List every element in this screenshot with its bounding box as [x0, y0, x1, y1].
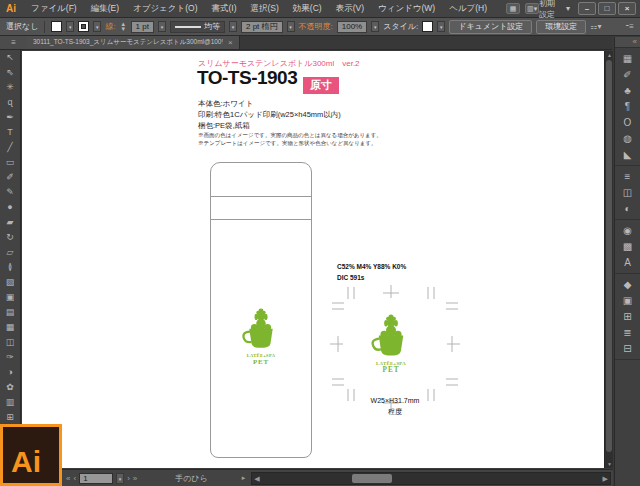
lasso-tool[interactable]: ɋ: [1, 95, 19, 110]
separations-preview-panel[interactable]: ◍: [619, 132, 637, 145]
artboards-panel[interactable]: ▣: [619, 294, 637, 307]
opacity-label[interactable]: 不透明度:: [299, 21, 333, 32]
character-panel[interactable]: A: [619, 256, 637, 269]
eraser-tool[interactable]: ▰: [1, 215, 19, 230]
brush-definition-select[interactable]: 2 pt 楕円: [241, 21, 283, 33]
close-button[interactable]: ×: [618, 2, 636, 15]
rotate-tool[interactable]: ↻: [1, 230, 19, 245]
stroke-label[interactable]: 線:: [105, 21, 115, 32]
arrange-documents-icon[interactable]: ▦: [506, 3, 520, 14]
stroke-width-stepper[interactable]: ▲▼: [120, 22, 127, 32]
paragraph-panel[interactable]: ¶: [619, 100, 637, 113]
workspace-switcher[interactable]: 初期設定 ▾: [539, 0, 578, 20]
transparency-panel[interactable]: ◐: [619, 202, 637, 215]
panel-options-icon[interactable]: ⚏▾: [590, 22, 601, 31]
artboard-canvas[interactable]: スリムサーモステンレスボトル300ml ver.2 TO-TS-1903 原寸 …: [22, 51, 604, 468]
stroke-width-dropdown-icon[interactable]: ▾: [158, 21, 166, 32]
opacity-dropdown-icon[interactable]: ▾: [371, 21, 379, 32]
scroll-down-icon[interactable]: ▼: [605, 461, 614, 467]
scroll-right-icon[interactable]: ▶: [603, 473, 608, 484]
selection-tool[interactable]: ↖: [1, 50, 19, 65]
spec-line: 本体色:ホワイト: [198, 99, 253, 109]
eyedropper-tool[interactable]: ✑: [1, 350, 19, 365]
image-trace-panel[interactable]: ▩: [619, 240, 637, 253]
magic-wand-tool[interactable]: ✳: [1, 80, 19, 95]
close-tab-icon[interactable]: ×: [228, 38, 233, 47]
document-tab[interactable]: 30111_TO-TS-1903_スリムサーモステンレスボトル300ml@100…: [27, 36, 240, 49]
brushes-panel[interactable]: ✐: [619, 68, 637, 81]
stroke-width-field[interactable]: 1 pt: [131, 21, 154, 33]
expand-panels-icon[interactable]: «: [615, 37, 640, 48]
stroke-panel[interactable]: ≡: [619, 170, 637, 183]
mesh-tool[interactable]: ▦: [1, 320, 19, 335]
scale-tool[interactable]: ▱: [1, 245, 19, 260]
opacity-field[interactable]: 100%: [337, 21, 367, 33]
style-swatch[interactable]: [422, 21, 433, 32]
tools-dock-header[interactable]: ≡: [0, 36, 27, 50]
horizontal-scrollbar[interactable]: ◀ ▶: [251, 472, 611, 485]
paintbrush-tool[interactable]: ✐: [1, 170, 19, 185]
previous-artboard-icon[interactable]: ‹: [73, 474, 76, 483]
status-expand-icon[interactable]: ▸: [242, 474, 246, 482]
line-segment-tool[interactable]: ╱: [1, 140, 19, 155]
minimize-button[interactable]: –: [578, 2, 596, 15]
fill-dropdown-icon[interactable]: ▾: [66, 21, 74, 32]
align-panel[interactable]: ≣: [619, 326, 637, 339]
menu-help[interactable]: ヘルプ(H): [442, 0, 494, 17]
gradient-tool[interactable]: ◫: [1, 335, 19, 350]
width-profile-select[interactable]: 均等: [170, 21, 225, 33]
menu-effect[interactable]: 効果(C): [286, 0, 329, 17]
transform-panel[interactable]: ⊞: [619, 310, 637, 323]
rectangle-tool[interactable]: ▭: [1, 155, 19, 170]
vertical-scrollbar[interactable]: ▲ ▼: [604, 51, 613, 468]
workspace-layout-icon[interactable]: ▥▾: [525, 3, 539, 14]
style-dropdown-icon[interactable]: ▾: [437, 21, 445, 32]
artboard-number-field[interactable]: 1: [79, 473, 113, 484]
artboard-tool[interactable]: ⊞: [1, 410, 19, 425]
fill-swatch[interactable]: [51, 21, 62, 32]
layers-panel[interactable]: ◆: [619, 278, 637, 291]
blend-tool[interactable]: ◑: [1, 365, 19, 380]
menu-file[interactable]: ファイル(F): [24, 0, 84, 17]
pen-tool[interactable]: ✒: [1, 110, 19, 125]
brush-dropdown-icon[interactable]: ▾: [287, 21, 295, 32]
profile-dropdown-icon[interactable]: ▾: [229, 21, 237, 32]
collapse-control-bar-icon[interactable]: ⁃≡: [625, 22, 634, 31]
width-tool[interactable]: ≬: [1, 260, 19, 275]
artboard-dropdown-icon[interactable]: ▾: [116, 473, 124, 484]
document-setup-button[interactable]: ドキュメント設定: [449, 20, 532, 34]
first-artboard-icon[interactable]: «: [66, 474, 70, 483]
menu-select[interactable]: 選択(S): [244, 0, 286, 17]
menu-window[interactable]: ウィンドウ(W): [371, 0, 442, 17]
pathfinder-panel[interactable]: ⊟: [619, 342, 637, 355]
horizontal-scroll-thumb[interactable]: [352, 474, 392, 483]
stroke-dropdown-icon[interactable]: ▾: [93, 21, 101, 32]
stroke-swatch[interactable]: [78, 21, 89, 32]
scroll-up-icon[interactable]: ▲: [605, 52, 614, 58]
free-transform-tool[interactable]: ▧: [1, 275, 19, 290]
flattener-preview-panel[interactable]: ◣: [619, 148, 637, 161]
menu-view[interactable]: 表示(V): [329, 0, 371, 17]
symbol-sprayer-tool[interactable]: ✿: [1, 380, 19, 395]
gradient-panel[interactable]: ◫: [619, 186, 637, 199]
menu-object[interactable]: オブジェクト(O): [126, 0, 204, 17]
blob-brush-tool[interactable]: ●: [1, 200, 19, 215]
menu-edit[interactable]: 編集(E): [84, 0, 126, 17]
appearance-panel[interactable]: ◉: [619, 224, 637, 237]
type-tool[interactable]: T: [1, 125, 19, 140]
swatches-panel[interactable]: ▦: [619, 52, 637, 65]
vertical-scroll-thumb[interactable]: [606, 60, 612, 452]
direct-selection-tool[interactable]: ⇖: [1, 65, 19, 80]
symbols-panel[interactable]: ♣: [619, 84, 637, 97]
next-artboard-icon[interactable]: ›: [127, 474, 130, 483]
perspective-grid-tool[interactable]: ▤: [1, 305, 19, 320]
scroll-left-icon[interactable]: ◀: [254, 473, 259, 484]
maximize-button[interactable]: □: [598, 2, 616, 15]
opentype-panel[interactable]: O: [619, 116, 637, 129]
menu-type[interactable]: 書式(I): [204, 0, 243, 17]
pencil-tool[interactable]: ✎: [1, 185, 19, 200]
preferences-button[interactable]: 環境設定: [536, 20, 586, 34]
column-graph-tool[interactable]: ▥: [1, 395, 19, 410]
shape-builder-tool[interactable]: ▣: [1, 290, 19, 305]
last-artboard-icon[interactable]: »: [133, 474, 137, 483]
